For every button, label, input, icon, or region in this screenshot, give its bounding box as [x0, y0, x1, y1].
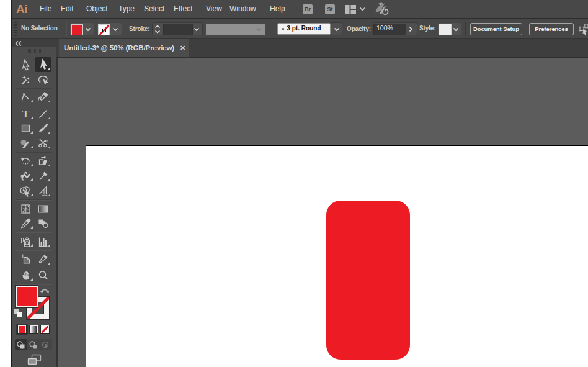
svg-text:T: T	[22, 109, 30, 119]
